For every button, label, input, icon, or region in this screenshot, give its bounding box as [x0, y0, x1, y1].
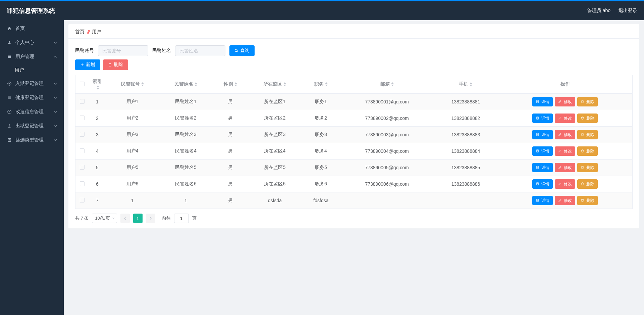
edit-button[interactable]: 修改 — [555, 97, 575, 106]
cell-account: 用户6 — [106, 176, 159, 192]
column-header[interactable]: 民警账号 — [106, 75, 159, 94]
row-delete-button[interactable]: 删除 — [577, 163, 598, 172]
column-header[interactable]: 民警姓名 — [159, 75, 212, 94]
column-header[interactable]: 所在监区 — [248, 75, 302, 94]
column-header[interactable]: 手机 — [433, 75, 498, 94]
sidebar-item-0[interactable]: 首页 — [0, 21, 64, 36]
edit-icon — [558, 133, 562, 137]
row-checkbox[interactable] — [80, 181, 85, 186]
document-icon — [536, 182, 540, 186]
prev-page-button[interactable] — [120, 214, 130, 223]
cell-index: 1 — [89, 94, 106, 110]
sidebar-item-2[interactable]: 用户管理 — [0, 50, 64, 64]
column-header[interactable]: 性别 — [213, 75, 248, 94]
row-checkbox[interactable] — [80, 116, 85, 120]
edit-button[interactable]: 修改 — [555, 179, 575, 189]
table-row: 1用户1民警姓名1男所在监区1职务1773890001@qq.com138238… — [75, 94, 632, 110]
cell-name: 民警姓名6 — [159, 176, 212, 192]
row-checkbox[interactable] — [80, 99, 85, 104]
svg-rect-1 — [8, 56, 11, 58]
detail-button[interactable]: 详情 — [532, 179, 553, 189]
detail-button[interactable]: 详情 — [532, 196, 553, 205]
search-button[interactable]: 查询 — [229, 45, 255, 56]
sidebar-item-1[interactable]: 个人中心 — [0, 36, 64, 50]
home-icon — [7, 26, 12, 31]
edit-button[interactable]: 修改 — [555, 114, 575, 123]
cell-index: 6 — [89, 176, 106, 192]
cell-gender: 男 — [213, 176, 248, 192]
edit-button[interactable]: 修改 — [555, 163, 575, 172]
trash-icon — [581, 166, 585, 170]
page-1-button[interactable]: 1 — [133, 214, 143, 223]
add-button[interactable]: 新增 — [75, 59, 100, 70]
detail-button[interactable]: 详情 — [532, 146, 553, 156]
sidebar-item-5[interactable]: 改造信息管理 — [0, 105, 64, 119]
row-delete-button[interactable]: 删除 — [577, 114, 598, 123]
detail-button[interactable]: 详情 — [532, 97, 553, 106]
row-delete-button[interactable]: 删除 — [577, 196, 598, 205]
detail-button[interactable]: 详情 — [532, 130, 553, 139]
cell-zone: 所在监区3 — [248, 127, 302, 143]
cell-duty: 职务1 — [302, 94, 340, 110]
select-all-checkbox[interactable] — [80, 82, 85, 86]
list-icon — [7, 95, 12, 100]
plus-icon — [80, 63, 84, 67]
cell-account: 用户2 — [106, 110, 159, 127]
cell-index: 7 — [89, 192, 106, 209]
sort-icon — [195, 82, 197, 86]
page-size-label: 10条/页 — [95, 215, 110, 221]
plus-circle-icon — [7, 81, 12, 86]
edit-button[interactable]: 修改 — [555, 146, 575, 156]
sidebar-item-4[interactable]: 健康登记管理 — [0, 91, 64, 105]
logout-link[interactable]: 退出登录 — [619, 8, 637, 14]
admin-label[interactable]: 管理员 abo — [587, 8, 610, 14]
action-bar: 新增 删除 — [68, 59, 639, 75]
detail-button[interactable]: 详情 — [532, 114, 553, 123]
row-checkbox[interactable] — [80, 198, 85, 203]
users-icon — [7, 54, 12, 59]
cell-name: 民警姓名5 — [159, 160, 212, 176]
search-icon — [234, 49, 238, 53]
edit-icon — [558, 198, 562, 203]
page-size-select[interactable]: 10条/页 — [92, 214, 117, 223]
row-delete-button[interactable]: 删除 — [577, 130, 598, 139]
row-delete-button[interactable]: 删除 — [577, 146, 598, 156]
sidebar-subitem-user[interactable]: 用户 — [0, 64, 64, 77]
cell-gender: 男 — [213, 127, 248, 143]
edit-button[interactable]: 修改 — [555, 130, 575, 139]
cell-account: 1 — [106, 192, 159, 209]
cell-zone: 所在监区6 — [248, 176, 302, 192]
column-header[interactable]: 职务 — [302, 75, 340, 94]
row-delete-button[interactable]: 删除 — [577, 179, 598, 189]
column-header[interactable]: 索引 — [89, 75, 106, 94]
cell-zone: 所在监区5 — [248, 160, 302, 176]
column-header[interactable]: 邮箱 — [340, 75, 433, 94]
row-delete-button[interactable]: 删除 — [577, 97, 598, 106]
search-input-account[interactable] — [98, 45, 148, 56]
sidebar-item-6[interactable]: 出狱登记管理 — [0, 119, 64, 133]
edit-button[interactable]: 修改 — [555, 196, 575, 205]
chevron-down-icon — [54, 138, 57, 142]
cell-gender: 男 — [213, 192, 248, 209]
edit-icon — [558, 166, 562, 170]
cell-index: 3 — [89, 127, 106, 143]
cell-duty: fdsfdsa — [302, 192, 340, 209]
sidebar-item-7[interactable]: 筛选类型管理 — [0, 133, 64, 147]
detail-button[interactable]: 详情 — [532, 163, 553, 172]
row-checkbox[interactable] — [80, 148, 85, 153]
search-input-name[interactable] — [175, 45, 225, 56]
row-checkbox[interactable] — [80, 165, 85, 170]
breadcrumb-home[interactable]: 首页 — [75, 29, 85, 35]
document-icon — [536, 116, 540, 120]
delete-button[interactable]: 删除 — [103, 59, 128, 70]
chevron-down-icon — [112, 217, 115, 220]
sidebar-item-3[interactable]: 入狱登记管理 — [0, 77, 64, 91]
sidebar: 首页个人中心用户管理用户入狱登记管理健康登记管理改造信息管理出狱登记管理筛选类型… — [0, 20, 64, 315]
edit-icon — [558, 116, 562, 120]
goto-page-input[interactable] — [174, 214, 189, 223]
edit-icon — [558, 149, 562, 153]
document-icon — [536, 133, 540, 137]
filter-icon — [7, 137, 12, 143]
next-page-button[interactable] — [146, 214, 155, 223]
row-checkbox[interactable] — [80, 132, 85, 137]
